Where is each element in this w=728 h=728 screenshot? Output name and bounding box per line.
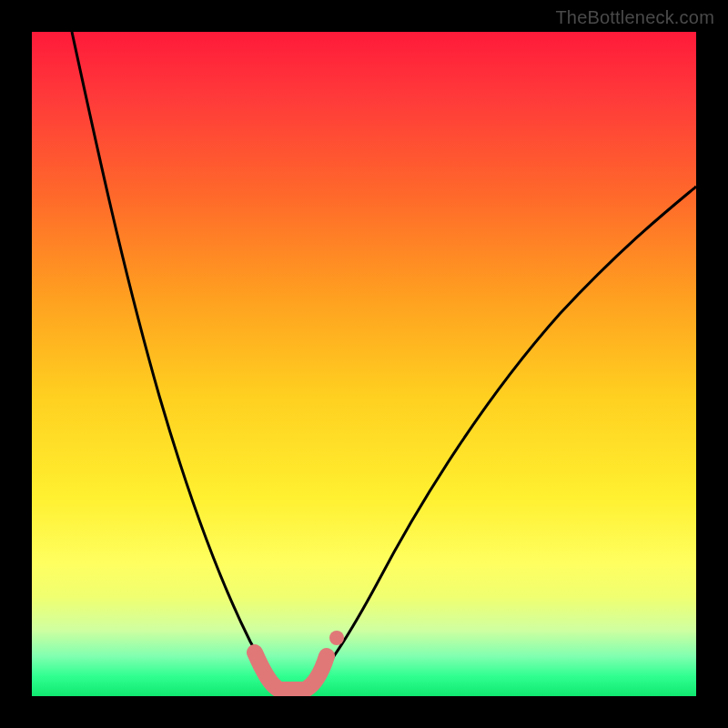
valley-highlight [255,652,327,690]
chart-frame: TheBottleneck.com [0,0,728,728]
left-curve [72,32,285,687]
chart-svg [32,32,696,696]
watermark-text: TheBottleneck.com [555,7,714,28]
highlight-dot [329,631,344,645]
right-curve [309,187,696,687]
